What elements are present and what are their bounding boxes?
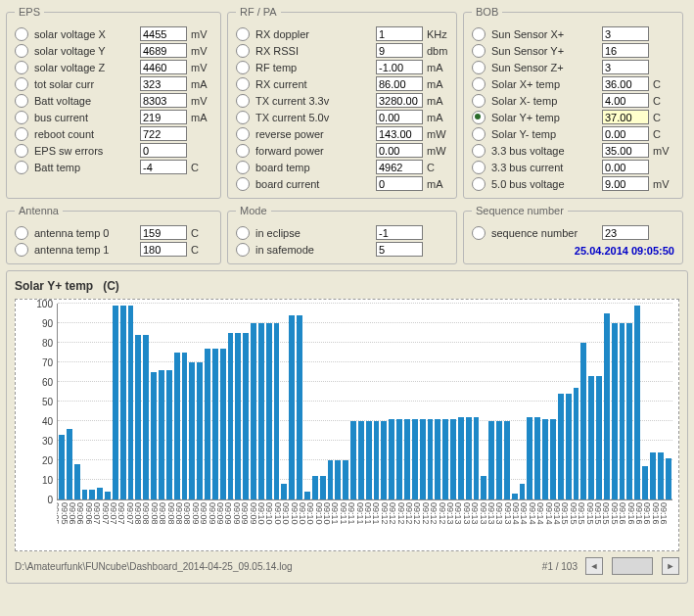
field-label: reverse power — [255, 128, 376, 140]
field-value[interactable] — [140, 60, 187, 74]
chart-bar — [389, 419, 394, 499]
radio-batt-voltage[interactable] — [15, 94, 28, 108]
field-unit: C — [653, 112, 674, 123]
scroll-left-button[interactable]: ◄ — [585, 557, 603, 575]
scroll-track[interactable] — [612, 557, 653, 575]
radio-solar-x--temp[interactable] — [472, 94, 486, 108]
field-value[interactable] — [602, 110, 649, 124]
field-value[interactable] — [602, 143, 649, 158]
radio-solar-y--temp[interactable] — [472, 127, 486, 141]
radio-5.0-bus-voltage[interactable] — [472, 177, 486, 191]
timestamp: 25.04.2014 09:05:50 — [472, 245, 674, 257]
radio-3.3-bus-current[interactable] — [472, 161, 486, 174]
radio-rf-temp[interactable] — [236, 61, 250, 74]
radio-bus-current[interactable] — [15, 111, 28, 124]
field-value[interactable] — [140, 110, 187, 124]
radio-batt-temp[interactable] — [15, 161, 28, 174]
field-value[interactable] — [376, 143, 423, 158]
radio-eps-sw-errors[interactable] — [15, 144, 28, 158]
field-label: reboot count — [34, 128, 140, 140]
radio-rx-current[interactable] — [236, 77, 250, 91]
radio-sun-sensor-y+[interactable] — [472, 44, 486, 58]
field-value[interactable] — [140, 93, 187, 108]
chart-bar — [135, 335, 141, 499]
field-value[interactable] — [376, 43, 423, 58]
chart-bar — [496, 421, 502, 499]
radio-antenna-temp-1[interactable] — [15, 243, 28, 257]
radio-in-safemode[interactable] — [236, 243, 250, 257]
field-value[interactable] — [376, 126, 423, 141]
field-value[interactable] — [602, 225, 649, 240]
field-value[interactable] — [602, 43, 649, 58]
radio-sun-sensor-x+[interactable] — [472, 27, 486, 41]
chart-bar — [658, 452, 664, 499]
radio-reboot-count[interactable] — [15, 127, 28, 141]
chart-bar — [604, 313, 610, 499]
field-value[interactable] — [376, 60, 423, 74]
y-tick: 50 — [42, 397, 53, 407]
field-value[interactable] — [376, 242, 423, 257]
chart-bar — [596, 376, 602, 499]
field-label: Sun Sensor Y+ — [491, 45, 602, 57]
y-tick: 0 — [47, 495, 53, 505]
field-value[interactable] — [602, 176, 649, 191]
field-value[interactable] — [376, 110, 423, 124]
radio-antenna-temp-0[interactable] — [15, 226, 28, 240]
scroll-right-button[interactable]: ► — [662, 557, 679, 575]
radio-in-eclipse[interactable] — [236, 226, 250, 240]
field-unit: C — [653, 78, 674, 90]
eps-group: EPS solar voltage XmVsolar voltage YmVso… — [6, 6, 221, 199]
radio-tx-current-5.0v[interactable] — [236, 111, 250, 124]
rf-legend: RF / PA — [236, 6, 281, 18]
chart-bar — [235, 333, 241, 499]
field-value[interactable] — [140, 76, 187, 91]
field-value[interactable] — [376, 176, 423, 191]
radio-rx-doppler[interactable] — [236, 27, 250, 41]
radio-tx-current-3.3v[interactable] — [236, 94, 250, 108]
field-row: in safemode — [236, 241, 448, 258]
radio-board-temp[interactable] — [236, 161, 250, 174]
chart-bar — [197, 362, 203, 499]
chart-bar — [166, 370, 172, 499]
field-value[interactable] — [602, 160, 649, 174]
field-value[interactable] — [376, 76, 423, 91]
field-value[interactable] — [602, 60, 649, 74]
field-value[interactable] — [602, 26, 649, 41]
radio-board-current[interactable] — [236, 177, 250, 191]
field-label: in safemode — [255, 244, 376, 256]
radio-sun-sensor-z+[interactable] — [472, 61, 486, 74]
chart-bar — [527, 417, 532, 499]
radio-tot-solar-curr[interactable] — [15, 77, 28, 91]
x-tick: 09:16 — [659, 502, 669, 525]
radio-reverse-power[interactable] — [236, 127, 250, 141]
radio-solar-voltage-y[interactable] — [15, 44, 28, 58]
radio-sequence-number[interactable] — [472, 226, 486, 240]
field-value[interactable] — [140, 26, 187, 41]
chart-bar — [620, 323, 625, 499]
radio-solar-y+-temp[interactable] — [472, 111, 486, 124]
chart-bar — [642, 466, 648, 499]
field-value[interactable] — [140, 225, 187, 240]
radio-solar-voltage-x[interactable] — [15, 27, 28, 41]
field-value[interactable] — [376, 93, 423, 108]
radio-forward-power[interactable] — [236, 144, 250, 158]
chart-bar — [542, 419, 548, 499]
field-value[interactable] — [602, 76, 649, 91]
radio-solar-voltage-z[interactable] — [15, 61, 28, 74]
chart-bar — [174, 353, 180, 499]
field-value[interactable] — [140, 126, 187, 141]
field-value[interactable] — [140, 143, 187, 158]
radio-rx-rssi[interactable] — [236, 44, 250, 58]
radio-solar-x+-temp[interactable] — [472, 77, 486, 91]
field-value[interactable] — [140, 242, 187, 257]
field-value[interactable] — [602, 126, 649, 141]
chart-bar — [588, 376, 594, 499]
field-value[interactable] — [376, 160, 423, 174]
radio-3.3-bus-voltage[interactable] — [472, 144, 486, 158]
field-value[interactable] — [140, 43, 187, 58]
field-value[interactable] — [376, 225, 423, 240]
log-path: D:\Amateurfunk\FUNcube\Dashboard_2014-04… — [15, 561, 293, 572]
field-value[interactable] — [376, 26, 423, 41]
field-value[interactable] — [602, 93, 649, 108]
field-value[interactable] — [140, 160, 187, 174]
